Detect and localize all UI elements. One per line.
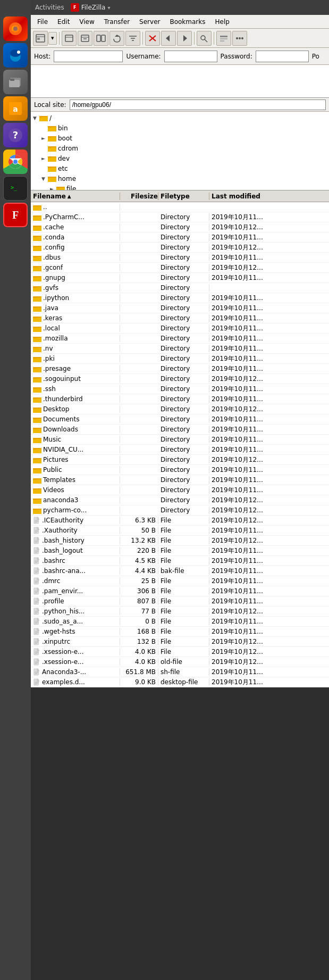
table-row[interactable]: Templates Directory 2019年10月11…: [31, 475, 329, 485]
tree-item-bin[interactable]: bin: [31, 123, 329, 133]
sidebar-icon-amazon[interactable]: a: [3, 96, 28, 121]
table-row[interactable]: .local Directory 2019年10月11…: [31, 323, 329, 334]
toolbar-btn-search[interactable]: [197, 31, 212, 46]
table-row[interactable]: .bash_logout 220 B File 2019年10月11…: [31, 546, 329, 556]
table-row[interactable]: .bash_history 13.2 KB File 2019年10月12…: [31, 536, 329, 546]
table-row[interactable]: .ipython Directory 2019年10月11…: [31, 293, 329, 303]
menu-bookmarks[interactable]: Bookmarks: [165, 17, 209, 27]
table-row[interactable]: .gnupg Directory 2019年10月11…: [31, 273, 329, 283]
menu-view[interactable]: View: [75, 17, 98, 27]
col-header-size[interactable]: Filesize: [120, 193, 158, 200]
table-row[interactable]: .PyCharmC... Directory 2019年10月11…: [31, 212, 329, 222]
app-menu-chevron-icon[interactable]: ▾: [107, 5, 110, 11]
table-row[interactable]: .thunderbird Directory 2019年10月11…: [31, 394, 329, 404]
toolbar-sep-4: [214, 32, 214, 45]
table-row[interactable]: .gconf Directory 2019年10月12…: [31, 263, 329, 273]
folder-icon-cdrom: [48, 145, 56, 152]
table-row[interactable]: .wget-hsts 168 B File 2019年10月11…: [31, 627, 329, 637]
cell-name: .sogouinput: [31, 375, 120, 383]
username-input[interactable]: [164, 51, 217, 62]
table-row[interactable]: .keras Directory 2019年10月11…: [31, 313, 329, 323]
local-site-path-input[interactable]: [70, 99, 326, 110]
menu-file[interactable]: File: [33, 17, 52, 27]
table-row[interactable]: .config Directory 2019年10月12…: [31, 243, 329, 253]
table-row[interactable]: anaconda3 Directory 2019年10月12…: [31, 495, 329, 505]
table-row[interactable]: .xsession-e... 4.0 KB File 2019年10月12…: [31, 647, 329, 657]
table-row[interactable]: Music Directory 2019年10月11…: [31, 435, 329, 445]
toolbar-btn-toggle-filters[interactable]: [125, 31, 140, 46]
tree-item-dev[interactable]: ► dev: [31, 153, 329, 163]
table-row[interactable]: ..: [31, 202, 329, 212]
toolbar-btn-extra[interactable]: [232, 31, 247, 46]
activities-button[interactable]: Activities: [35, 4, 64, 11]
table-row[interactable]: .sogouinput Directory 2019年10月12…: [31, 374, 329, 384]
table-row[interactable]: .ssh Directory 2019年10月11…: [31, 384, 329, 394]
table-row[interactable]: Anaconda3-... 651.8 MB sh-file 2019年10月1…: [31, 667, 329, 677]
table-row[interactable]: .profile 807 B File 2019年10月11…: [31, 596, 329, 607]
table-row[interactable]: Public Directory 2019年10月11…: [31, 465, 329, 475]
table-row[interactable]: .xinputrc 132 B File 2019年10月12…: [31, 637, 329, 647]
toolbar-btn-refresh[interactable]: [109, 31, 124, 46]
col-header-type[interactable]: Filetype: [158, 193, 209, 200]
cell-name: .cache: [31, 223, 120, 231]
toolbar-btn-split[interactable]: [94, 31, 108, 46]
table-row[interactable]: .xsession-e... 4.0 KB old-file 2019年10月1…: [31, 657, 329, 667]
table-row[interactable]: .nv Directory 2019年10月11…: [31, 344, 329, 354]
table-row[interactable]: Desktop Directory 2019年10月12…: [31, 404, 329, 414]
table-row[interactable]: .bashrc 4.5 KB File 2019年10月11…: [31, 556, 329, 566]
menu-help[interactable]: Help: [211, 17, 234, 27]
table-row[interactable]: .conda Directory 2019年10月11…: [31, 232, 329, 243]
table-row[interactable]: .Xauthority 50 B File 2019年10月11…: [31, 526, 329, 536]
cell-modified: 2019年10月11…: [209, 526, 329, 535]
sidebar-icon-terminal[interactable]: >_: [3, 176, 28, 201]
toolbar-btn-back[interactable]: [161, 31, 176, 46]
sidebar-icon-chrome[interactable]: [3, 150, 28, 174]
menu-transfer[interactable]: Transfer: [100, 17, 134, 27]
tree-item-home[interactable]: ▼ home: [31, 173, 329, 184]
table-row[interactable]: .java Directory 2019年10月11…: [31, 303, 329, 313]
col-header-modified[interactable]: Last modified: [209, 193, 329, 200]
sidebar-icon-firefox[interactable]: [3, 16, 28, 41]
toolbar-btn-cancel[interactable]: [145, 31, 160, 46]
tree-item-boot[interactable]: ► boot: [31, 133, 329, 143]
sidebar-icon-help[interactable]: ?: [3, 123, 28, 147]
table-row[interactable]: examples.d... 9.0 KB desktop-file 2019年1…: [31, 677, 329, 687]
table-row[interactable]: .bashrc-ana... 4.4 KB bak-file 2019年10月1…: [31, 566, 329, 576]
toolbar-site-manager[interactable]: [33, 31, 48, 46]
menu-edit[interactable]: Edit: [53, 17, 74, 27]
table-row[interactable]: Downloads Directory 2019年10月11…: [31, 425, 329, 435]
menu-server[interactable]: Server: [135, 17, 164, 27]
tree-item-etc[interactable]: etc: [31, 163, 329, 173]
toolbar-btn-local[interactable]: [62, 31, 77, 46]
tree-item-root[interactable]: ▼ /: [31, 113, 329, 123]
table-row[interactable]: .dbus Directory 2019年10月11…: [31, 253, 329, 263]
table-row[interactable]: .python_his... 77 B File 2019年10月12…: [31, 607, 329, 617]
table-row[interactable]: Documents Directory 2019年10月11…: [31, 414, 329, 425]
table-row[interactable]: .cache Directory 2019年10月12…: [31, 222, 329, 232]
table-row[interactable]: .gvfs Directory: [31, 283, 329, 293]
table-row[interactable]: .mozilla Directory 2019年10月11…: [31, 334, 329, 344]
host-input[interactable]: [54, 51, 123, 62]
table-row[interactable]: Videos Directory 2019年10月11…: [31, 485, 329, 495]
password-input[interactable]: [256, 51, 309, 62]
table-row[interactable]: Pictures Directory 2019年10月12…: [31, 455, 329, 465]
table-row[interactable]: .sudo_as_a... 0 B File 2019年10月11…: [31, 617, 329, 627]
sidebar-icon-files[interactable]: [3, 70, 28, 94]
toolbar-btn-forward[interactable]: [177, 31, 192, 46]
table-row[interactable]: .ICEauthority 6.3 KB File 2019年10月12…: [31, 516, 329, 526]
col-header-name[interactable]: Filename ▲: [31, 193, 120, 200]
toolbar-dropdown[interactable]: ▾: [48, 32, 57, 45]
toolbar-btn-queue[interactable]: [216, 31, 231, 46]
table-row[interactable]: .pki Directory 2019年10月11…: [31, 354, 329, 364]
cell-modified: 2019年10月11…: [209, 344, 329, 353]
tree-item-file[interactable]: ► file: [31, 184, 329, 190]
sidebar-icon-thunderbird[interactable]: [3, 43, 28, 68]
table-row[interactable]: NVIDIA_CU... Directory 2019年10月11…: [31, 445, 329, 455]
toolbar-btn-remote[interactable]: [78, 31, 92, 46]
table-row[interactable]: .presage Directory 2019年10月11…: [31, 364, 329, 374]
table-row[interactable]: .pam_envir... 306 B File 2019年10月11…: [31, 586, 329, 596]
tree-item-cdrom[interactable]: cdrom: [31, 143, 329, 153]
sidebar-icon-filezilla[interactable]: F: [3, 203, 28, 227]
table-row[interactable]: .dmrc 25 B File 2019年10月11…: [31, 576, 329, 586]
table-row[interactable]: pycharm-co... Directory 2019年10月12…: [31, 505, 329, 516]
